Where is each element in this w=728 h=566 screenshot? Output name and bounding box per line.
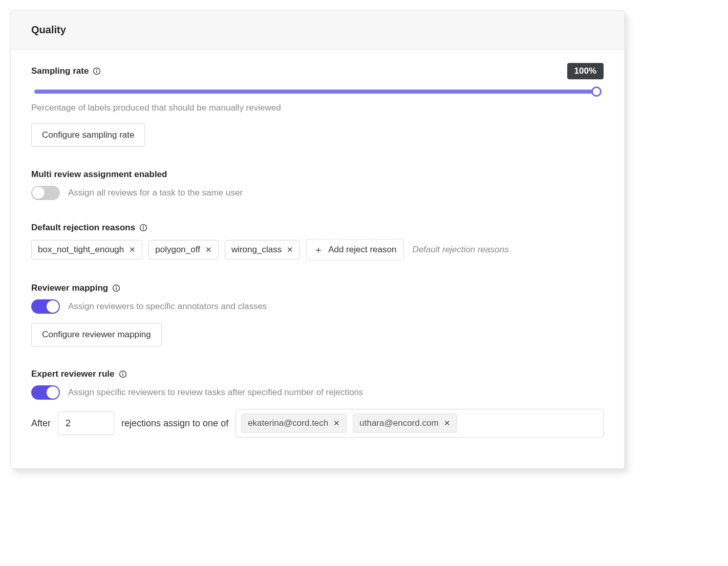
close-icon[interactable]: ✕: [287, 245, 293, 254]
rejection-reasons-heading: Default rejection reasons: [31, 223, 135, 233]
rejection-reason-label: polygon_off: [155, 245, 200, 255]
expert-rejections-input[interactable]: [58, 411, 114, 435]
info-icon[interactable]: [139, 224, 147, 232]
reviewer-mapping-heading: Reviewer mapping: [31, 283, 108, 293]
expert-assignee-chip[interactable]: ekaterina@cord.tech ✕: [241, 413, 347, 433]
rejection-reasons-section: Default rejection reasons box_not_tight_…: [31, 223, 604, 260]
svg-point-1: [96, 69, 97, 70]
expert-reviewer-section: Expert reviewer rule Assign specific rev…: [31, 369, 604, 438]
sampling-rate-badge: 100%: [567, 63, 604, 79]
reviewer-mapping-toggle[interactable]: [31, 299, 60, 314]
close-icon[interactable]: ✕: [444, 419, 451, 428]
svg-point-4: [143, 226, 144, 227]
quality-panel: Quality Sampling rate 100% Percentage of…: [10, 10, 625, 469]
expert-reviewer-toggle[interactable]: [31, 385, 60, 400]
configure-reviewer-mapping-button[interactable]: Configure reviewer mapping: [31, 323, 162, 346]
panel-title: Quality: [11, 11, 624, 50]
expert-after-label: After: [31, 418, 51, 429]
expert-reviewer-description: Assign specific reviewers to review task…: [68, 387, 363, 398]
svg-rect-8: [116, 288, 117, 290]
rejection-reasons-placeholder: Default rejection reasons: [412, 245, 508, 255]
sampling-rate-section: Sampling rate 100% Percentage of labels …: [31, 63, 604, 147]
expert-assignee-chip[interactable]: uthara@encord.com ✕: [353, 413, 457, 433]
configure-sampling-rate-button[interactable]: Configure sampling rate: [31, 123, 145, 147]
sampling-rate-heading: Sampling rate: [31, 66, 89, 76]
expert-assignees-input[interactable]: ekaterina@cord.tech ✕ uthara@encord.com …: [235, 409, 604, 438]
sampling-rate-slider[interactable]: [34, 90, 601, 94]
info-icon[interactable]: [112, 284, 120, 292]
reviewer-mapping-section: Reviewer mapping Assign reviewers to spe…: [31, 283, 604, 346]
rejection-reason-chip[interactable]: wirong_class ✕: [225, 240, 300, 259]
close-icon[interactable]: ✕: [205, 245, 212, 254]
multi-review-description: Assign all reviews for a task to the sam…: [68, 188, 243, 198]
sampling-rate-help: Percentage of labels produced that shoul…: [31, 103, 604, 113]
add-reject-reason-button[interactable]: ＋ Add reject reason: [306, 239, 404, 260]
expert-assignee-label: uthara@encord.com: [359, 418, 438, 428]
multi-review-section: Multi review assignment enabled Assign a…: [31, 169, 604, 200]
panel-body: Sampling rate 100% Percentage of labels …: [11, 50, 624, 468]
info-icon[interactable]: [93, 67, 101, 75]
svg-rect-5: [143, 227, 143, 230]
svg-rect-11: [122, 374, 123, 376]
multi-review-toggle[interactable]: [31, 186, 60, 200]
svg-point-10: [122, 372, 123, 373]
rejection-reason-label: box_not_tight_enough: [38, 245, 124, 255]
expert-rejections-label: rejections assign to one of: [121, 418, 228, 429]
multi-review-heading: Multi review assignment enabled: [31, 169, 167, 180]
rejection-reason-label: wirong_class: [231, 245, 282, 255]
info-icon[interactable]: [119, 370, 127, 378]
svg-point-7: [116, 286, 117, 287]
rejection-reason-chip[interactable]: box_not_tight_enough ✕: [31, 240, 142, 259]
add-reject-reason-label: Add reject reason: [328, 245, 396, 255]
close-icon[interactable]: ✕: [333, 419, 340, 428]
plus-icon: ＋: [314, 244, 323, 256]
expert-assignee-label: ekaterina@cord.tech: [248, 418, 328, 428]
sampling-rate-slider-thumb[interactable]: [591, 86, 602, 97]
expert-reviewer-heading: Expert reviewer rule: [31, 369, 115, 379]
rejection-reason-chip[interactable]: polygon_off ✕: [148, 240, 219, 259]
svg-rect-2: [97, 71, 97, 73]
close-icon[interactable]: ✕: [129, 245, 136, 254]
reviewer-mapping-description: Assign reviewers to specific annotators …: [68, 301, 267, 312]
